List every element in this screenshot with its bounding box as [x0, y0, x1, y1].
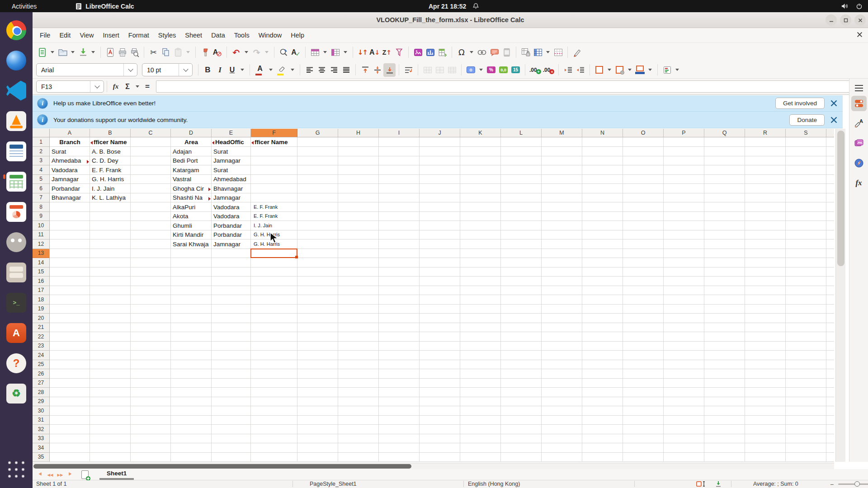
row-header-34[interactable]: 34 — [33, 443, 50, 453]
cell-H28[interactable] — [338, 388, 379, 397]
cell-M19[interactable] — [542, 305, 582, 314]
horizontal-scrollbar-thumb[interactable] — [33, 464, 411, 469]
cell-D28[interactable] — [171, 388, 212, 397]
cell-I24[interactable] — [379, 351, 420, 360]
cell-D11[interactable]: Kirti Mandir — [171, 230, 212, 240]
cell-P13[interactable] — [664, 249, 704, 258]
cell-L34[interactable] — [501, 443, 542, 453]
cell-x20[interactable] — [826, 314, 834, 323]
cell-F1[interactable]: fficer Name — [251, 137, 297, 147]
cell-x29[interactable] — [826, 397, 834, 407]
row-header-28[interactable]: 28 — [33, 388, 50, 397]
bold-button[interactable]: B — [202, 63, 214, 77]
cell-L25[interactable] — [501, 360, 542, 370]
cell-G7[interactable] — [297, 193, 338, 203]
sidebar-navigator-button[interactable] — [851, 155, 867, 171]
cell-Q6[interactable] — [704, 184, 745, 193]
cell-R3[interactable] — [745, 156, 786, 166]
cell-N27[interactable] — [582, 379, 623, 388]
cell-C2[interactable] — [131, 147, 171, 156]
cell-O15[interactable] — [623, 267, 664, 277]
cell-G3[interactable] — [297, 156, 338, 166]
cell-H18[interactable] — [338, 295, 379, 305]
cell-P3[interactable] — [664, 156, 704, 166]
cell-H10[interactable] — [338, 221, 379, 230]
row-header-15[interactable]: 15 — [33, 267, 50, 277]
cell-O3[interactable] — [623, 156, 664, 166]
name-box[interactable]: F13 — [36, 80, 104, 93]
cell-K30[interactable] — [460, 406, 501, 416]
cell-L21[interactable] — [501, 323, 542, 333]
column-header-A[interactable]: A — [50, 129, 90, 137]
cell-O10[interactable] — [623, 221, 664, 230]
cell-B2[interactable]: A. B. Bose — [90, 147, 131, 156]
cell-G17[interactable] — [297, 286, 338, 296]
cell-Q31[interactable] — [704, 416, 745, 425]
cell-I10[interactable] — [379, 221, 420, 230]
cell-S28[interactable] — [786, 388, 826, 397]
cell-G20[interactable] — [297, 314, 338, 323]
row-header-1[interactable]: 1 — [33, 137, 50, 147]
cell-J20[interactable] — [420, 314, 460, 323]
cell-S7[interactable] — [786, 193, 826, 203]
cell-B18[interactable] — [90, 295, 131, 305]
cell-R31[interactable] — [745, 416, 786, 425]
cell-B7[interactable]: K. L. Lathiya — [90, 193, 131, 203]
align-bottom-button[interactable] — [383, 63, 396, 77]
cell-S21[interactable] — [786, 323, 826, 333]
cell-O32[interactable] — [623, 425, 664, 434]
cell-S9[interactable] — [786, 212, 826, 221]
cell-N29[interactable] — [582, 397, 623, 407]
decrease-indent-button[interactable] — [574, 63, 586, 77]
cell-N18[interactable] — [582, 295, 623, 305]
cell-R1[interactable] — [745, 137, 786, 147]
cell-S18[interactable] — [786, 295, 826, 305]
cell-C8[interactable] — [131, 202, 171, 212]
cell-O30[interactable] — [623, 406, 664, 416]
cell-K6[interactable] — [460, 184, 501, 193]
cell-P26[interactable] — [664, 369, 704, 379]
cell-F6[interactable] — [251, 184, 297, 193]
cell-P20[interactable] — [664, 314, 704, 323]
insert-image-button[interactable] — [412, 46, 424, 59]
cell-K34[interactable] — [460, 443, 501, 453]
cell-S12[interactable] — [786, 239, 826, 249]
dock-vscode[interactable] — [3, 75, 30, 106]
cell-C27[interactable] — [131, 379, 171, 388]
cell-O29[interactable] — [623, 397, 664, 407]
cell-D21[interactable] — [171, 323, 212, 333]
cell-P34[interactable] — [664, 443, 704, 453]
paste-button[interactable] — [172, 46, 184, 59]
cell-J22[interactable] — [420, 332, 460, 342]
row-header-30[interactable]: 30 — [33, 406, 50, 416]
cell-N14[interactable] — [582, 258, 623, 267]
cell-D31[interactable] — [171, 416, 212, 425]
cell-J9[interactable] — [420, 212, 460, 221]
print-button[interactable] — [116, 46, 128, 59]
menu-insert[interactable]: Insert — [99, 29, 124, 41]
cell-K33[interactable] — [460, 434, 501, 444]
cell-A17[interactable] — [50, 286, 90, 296]
row-header-19[interactable]: 19 — [33, 305, 50, 314]
cell-G1[interactable] — [297, 137, 338, 147]
row-header-24[interactable]: 24 — [33, 351, 50, 360]
cell-Q21[interactable] — [704, 323, 745, 333]
cell-C25[interactable] — [131, 360, 171, 370]
cell-G18[interactable] — [297, 295, 338, 305]
cell-H13[interactable] — [338, 249, 379, 258]
cell-R14[interactable] — [745, 258, 786, 267]
cell-L23[interactable] — [501, 342, 542, 351]
cell-G4[interactable] — [297, 165, 338, 175]
cell-D15[interactable] — [171, 267, 212, 277]
cell-K23[interactable] — [460, 342, 501, 351]
column-header-H[interactable]: H — [338, 129, 379, 137]
row-header-5[interactable]: 5 — [33, 175, 50, 184]
cell-H4[interactable] — [338, 165, 379, 175]
cell-A33[interactable] — [50, 434, 90, 444]
cell-S6[interactable] — [786, 184, 826, 193]
cell-C13[interactable] — [131, 249, 171, 258]
cell-J17[interactable] — [420, 286, 460, 296]
cell-A30[interactable] — [50, 406, 90, 416]
highlighting-color-dropdown[interactable] — [291, 69, 294, 71]
cell-S14[interactable] — [786, 258, 826, 267]
